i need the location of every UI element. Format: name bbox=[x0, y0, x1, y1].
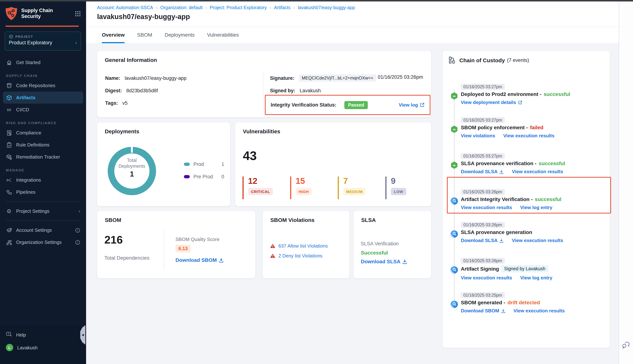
gear-icon: ⚙ bbox=[6, 208, 12, 214]
view-execution-results-link[interactable]: View execution results bbox=[512, 238, 563, 243]
download-sbom-link[interactable]: Download SBOM bbox=[461, 308, 505, 314]
allow-list-violations-link[interactable]: 637 Allow list Violations bbox=[278, 243, 328, 249]
download-slsa-link[interactable]: Download SLSA bbox=[461, 238, 504, 243]
slsa-verification-status: Successful bbox=[361, 250, 388, 256]
sidebar-item-artifacts[interactable]: Artifacts bbox=[3, 92, 83, 104]
cd-hexagon-icon: ∞ bbox=[450, 161, 458, 169]
view-violations-link[interactable]: View violations bbox=[461, 133, 495, 138]
sidebar: Supply Chain Security PROJECT Product Ex… bbox=[0, 2, 86, 364]
user-menu[interactable]: L Lavakush bbox=[0, 338, 86, 351]
divider bbox=[164, 228, 164, 270]
deny-list-violations-link[interactable]: 2 Deny list Violations bbox=[278, 253, 322, 258]
view-log-link[interactable]: View log bbox=[399, 102, 424, 108]
critical-badge: CRITICAL bbox=[248, 188, 273, 195]
event-timestamp: 01/16/2025 03:27pm bbox=[461, 84, 504, 90]
signature-row: Signature: MEQCICde2VjIT...bL+2+mqnOXw== bbox=[270, 74, 376, 82]
chat-support-icon[interactable] bbox=[622, 341, 630, 348]
integrity-status-badge: Passed bbox=[344, 101, 368, 109]
sidebar-item-account-settings[interactable]: Account Settings bbox=[0, 224, 86, 236]
legend-item-prod: Prod 1 bbox=[184, 162, 224, 166]
artifact-tags: v5 bbox=[122, 100, 128, 106]
info-icon[interactable] bbox=[75, 240, 80, 245]
infinity-icon: ∞ bbox=[6, 106, 12, 113]
allow-list-violations-row: 637 Allow list Violations bbox=[270, 243, 328, 249]
sidebar-item-integrations[interactable]: Integrations bbox=[0, 174, 86, 186]
sidebar-item-remediation-tracker[interactable]: Remediation Tracker bbox=[0, 151, 86, 163]
breadcrumb-account[interactable]: Account: Automation-SSCA bbox=[97, 5, 153, 10]
tags-row: Tags: v5 bbox=[105, 99, 128, 106]
collapse-arrow-icon: ◀ bbox=[82, 333, 84, 336]
cd-hexagon-icon: ∞ bbox=[450, 92, 458, 100]
sbom-total-dependencies: 216 bbox=[104, 234, 123, 246]
breadcrumb-artifacts[interactable]: Artifacts bbox=[274, 5, 290, 10]
sidebar-item-rule-definitions[interactable]: Rule Definitions bbox=[0, 139, 86, 151]
view-execution-results-link[interactable]: View execution results bbox=[514, 308, 565, 314]
critical-count: 12 bbox=[248, 176, 273, 185]
card-title: SBOM Violations bbox=[270, 217, 314, 223]
tab-overview[interactable]: Overview bbox=[102, 27, 125, 43]
chain-of-custody-header: Chain of Custody (7 events) bbox=[448, 56, 529, 64]
info-icon[interactable] bbox=[75, 228, 80, 233]
page-title: lavakush07/easy-buggy-app bbox=[97, 13, 190, 21]
app-title: Supply Chain Security bbox=[21, 8, 75, 20]
tab-deployments[interactable]: Deployments bbox=[165, 27, 194, 43]
accent-divider bbox=[6, 26, 79, 27]
section-risk-compliance: RISK AND COMPLIANCE bbox=[0, 116, 86, 127]
view-deployment-details-link[interactable]: View deployment details bbox=[461, 100, 522, 105]
sidebar-item-get-started[interactable]: Get Started bbox=[0, 56, 86, 68]
external-link-icon bbox=[518, 100, 522, 104]
sidebar-item-pipelines[interactable]: Pipelines bbox=[0, 186, 86, 198]
view-log-entry-link[interactable]: View log entry bbox=[520, 275, 552, 280]
event-sbom-policy-enforcement: 01/16/2025 03:27pm ∞ SBOM policy enforce… bbox=[442, 116, 610, 138]
donut-center-label: Total Deployments 1 bbox=[110, 158, 154, 178]
divider bbox=[6, 202, 80, 202]
event-status: successful bbox=[539, 160, 565, 166]
view-execution-results-link[interactable]: View execution results bbox=[512, 169, 563, 174]
project-label: PROJECT bbox=[16, 35, 33, 38]
view-execution-results-link[interactable]: View execution results bbox=[461, 205, 512, 210]
module-grid-icon[interactable] bbox=[75, 10, 81, 17]
sidebar-item-project-settings[interactable]: ⚙ Project Settings › bbox=[0, 205, 86, 217]
signature-value[interactable]: MEQCICde2VjIT...bL+2+mqnOXw== bbox=[299, 74, 376, 82]
svg-text:∞: ∞ bbox=[453, 163, 456, 167]
sbom-quality-score-label: SBOM Quality Score bbox=[176, 236, 220, 242]
tab-vulnerabilities[interactable]: Vulnerabilities bbox=[207, 27, 239, 43]
pre-prod-count: 0 bbox=[222, 174, 224, 179]
project-selector[interactable]: PROJECT Product Exploratory › bbox=[5, 32, 81, 50]
digest-row: Digest: 8d23bd3b5d8f bbox=[105, 87, 158, 94]
legend-item-pre-prod: Pre Prod 0 bbox=[184, 174, 224, 179]
view-execution-results-link[interactable]: View execution results bbox=[503, 133, 554, 138]
severity-critical: 12 CRITICAL bbox=[242, 176, 273, 199]
supply-chain-security-app: Supply Chain Security PROJECT Product Ex… bbox=[0, 0, 633, 364]
breadcrumb-organization[interactable]: Organization: default bbox=[160, 5, 202, 10]
deployments-card: Deployments Total Deployments 1 Prod 1 P… bbox=[97, 122, 230, 206]
page-header: Account: Automation-SSCA › Organization:… bbox=[86, 2, 619, 43]
sidebar-nav: Get Started SUPPLY CHAIN </> Code Reposi… bbox=[0, 56, 86, 248]
sidebar-footer: ? Help L Lavakush bbox=[0, 326, 86, 364]
tab-sbom[interactable]: SBOM bbox=[137, 27, 152, 43]
download-slsa-link[interactable]: Download SLSA bbox=[461, 169, 504, 174]
event-timestamp: 01/16/2025 03:26pm bbox=[461, 258, 504, 264]
download-slsa-link[interactable]: Download SLSA bbox=[361, 258, 407, 264]
code-repository-icon: </> bbox=[6, 82, 12, 88]
event-slsa-provenance-generation: 01/16/2025 03:26pm SLSA provenance gener… bbox=[442, 221, 610, 243]
help-button[interactable]: ? Help bbox=[0, 327, 86, 338]
download-icon bbox=[501, 308, 505, 313]
sbom-quality-score-value: 6.13 bbox=[176, 244, 191, 252]
signed-by-value: Lavakush bbox=[300, 88, 321, 93]
sidebar-item-organization-settings[interactable]: Organization Settings bbox=[0, 236, 86, 248]
general-information-card: General Information Name: lavakush07/eas… bbox=[97, 51, 431, 117]
download-sbom-link[interactable]: Download SBOM bbox=[176, 257, 224, 263]
download-icon bbox=[500, 238, 504, 242]
sidebar-item-code-repositories[interactable]: </> Code Repositories bbox=[0, 80, 86, 92]
warning-triangle-icon bbox=[270, 244, 276, 248]
breadcrumb-current[interactable]: lavakush07/easy-buggy-app bbox=[298, 5, 355, 10]
breadcrumb-project[interactable]: Project: Product Exploratory bbox=[210, 5, 267, 10]
sidebar-item-cicd[interactable]: ∞ CI/CD bbox=[0, 104, 86, 116]
chain-of-custody-card: Chain of Custody (7 events) 01/16/2025 0… bbox=[442, 51, 610, 348]
pre-prod-swatch bbox=[184, 175, 190, 178]
view-log-entry-link[interactable]: View log entry bbox=[520, 205, 552, 210]
event-status: failed bbox=[530, 124, 544, 130]
view-execution-results-link[interactable]: View execution results bbox=[461, 275, 512, 280]
sidebar-item-compliance[interactable]: Compliance bbox=[0, 127, 86, 139]
